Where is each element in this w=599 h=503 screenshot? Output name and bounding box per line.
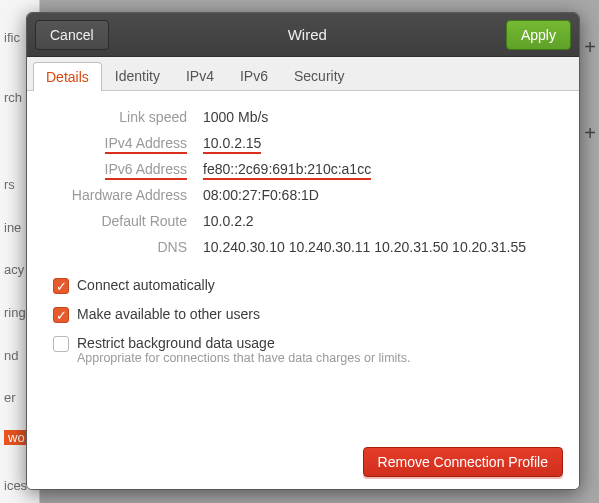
value-link-speed: 1000 Mb/s (203, 109, 559, 125)
checkbox-label: Connect automatically (77, 277, 215, 293)
apply-button[interactable]: Apply (506, 20, 571, 50)
cancel-button[interactable]: Cancel (35, 20, 109, 50)
tab-ipv4[interactable]: IPv4 (173, 61, 227, 90)
tab-identity[interactable]: Identity (102, 61, 173, 90)
value-dns: 10.240.30.10 10.240.30.11 10.20.31.50 10… (203, 239, 559, 255)
check-icon (53, 336, 69, 352)
checkbox-make-available[interactable]: ✓ Make available to other users (53, 306, 559, 323)
checkbox-sublabel: Appropriate for connections that have da… (77, 351, 411, 365)
details-panel: Link speed 1000 Mb/s IPv4 Address 10.0.2… (27, 91, 579, 489)
checkbox-label: Make available to other users (77, 306, 260, 322)
checkbox-restrict-data[interactable]: Restrict background data usage Appropria… (53, 335, 559, 365)
value-default-route: 10.0.2.2 (203, 213, 559, 229)
value-ipv6: fe80::2c69:691b:210c:a1cc (203, 161, 559, 177)
label-link-speed: Link speed (47, 109, 187, 125)
titlebar: Cancel Wired Apply (27, 13, 579, 57)
label-dns: DNS (47, 239, 187, 255)
plus-icon: + (584, 122, 596, 145)
tab-details[interactable]: Details (33, 62, 102, 91)
tab-security[interactable]: Security (281, 61, 358, 90)
checkbox-connect-automatically[interactable]: ✓ Connect automatically (53, 277, 559, 294)
label-default-route: Default Route (47, 213, 187, 229)
wired-settings-dialog: Cancel Wired Apply Details Identity IPv4… (26, 12, 580, 490)
value-ipv4: 10.0.2.15 (203, 135, 559, 151)
label-ipv4: IPv4 Address (47, 135, 187, 151)
plus-icon: + (584, 36, 596, 59)
label-ipv6: IPv6 Address (47, 161, 187, 177)
value-hw: 08:00:27:F0:68:1D (203, 187, 559, 203)
tabs-bar: Details Identity IPv4 IPv6 Security (27, 57, 579, 91)
check-icon: ✓ (53, 307, 69, 323)
tab-ipv6[interactable]: IPv6 (227, 61, 281, 90)
check-icon: ✓ (53, 278, 69, 294)
label-hw: Hardware Address (47, 187, 187, 203)
remove-connection-button[interactable]: Remove Connection Profile (363, 447, 563, 477)
checkbox-label: Restrict background data usage (77, 335, 411, 351)
window-title: Wired (288, 26, 327, 43)
